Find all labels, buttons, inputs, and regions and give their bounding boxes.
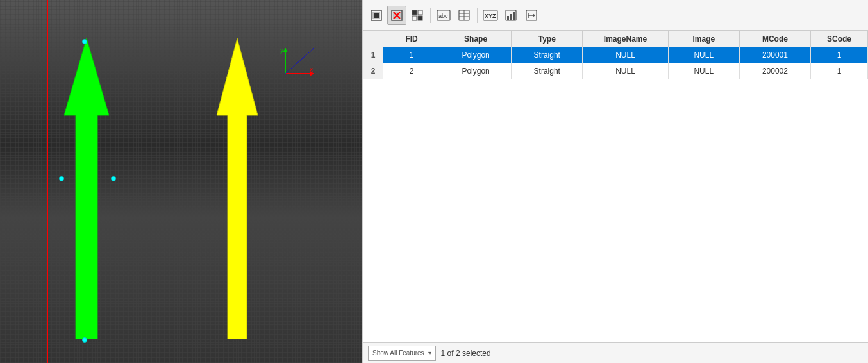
table-control-button[interactable] xyxy=(455,6,474,25)
feature-dropdown-label: Show All Features xyxy=(372,350,424,357)
svg-text:x: x xyxy=(310,66,313,73)
svg-marker-34 xyxy=(533,13,535,17)
image-cell: NULL xyxy=(668,63,739,79)
col-header-shape[interactable]: Shape xyxy=(440,31,512,47)
statistics-button[interactable] xyxy=(501,6,521,25)
col-header-mcode[interactable]: MCode xyxy=(739,31,810,47)
svg-rect-18 xyxy=(412,16,417,20)
svg-rect-31 xyxy=(513,12,515,20)
bottom-bar: Show All Features ▾ 1 of 2 selected xyxy=(363,343,868,363)
fid-cell: 2 xyxy=(383,63,440,79)
green-arrow xyxy=(58,38,115,341)
attribute-table: FID Shape Type ImageName Image MCode SCo… xyxy=(363,31,868,79)
shape-cell: Polygon xyxy=(440,47,512,63)
svg-rect-30 xyxy=(510,14,512,20)
toolbar: abc XYZ xyxy=(363,0,868,31)
row-number: 2 xyxy=(363,63,383,79)
field-calculator-button[interactable]: abc xyxy=(434,6,453,25)
type-cell: Straight xyxy=(512,47,583,63)
col-header-fid[interactable]: FID xyxy=(383,31,440,47)
table-row[interactable]: 22PolygonStraightNULLNULL2000021 xyxy=(363,63,868,79)
table-container[interactable]: FID Shape Type ImageName Image MCode SCo… xyxy=(363,31,868,343)
mcode-cell: 200001 xyxy=(739,47,810,63)
cyan-dot-left xyxy=(59,176,64,181)
svg-marker-0 xyxy=(64,38,109,339)
svg-text:XYZ: XYZ xyxy=(485,13,496,19)
scode-cell: 1 xyxy=(811,63,868,79)
svg-rect-19 xyxy=(418,16,422,20)
cyan-dot-top xyxy=(82,39,87,44)
table-row[interactable]: 11PolygonStraightNULLNULL2000011 xyxy=(363,47,868,63)
svg-text:abc: abc xyxy=(438,13,448,19)
xyz-button[interactable]: XYZ xyxy=(481,6,500,25)
col-header-imagename[interactable]: ImageName xyxy=(583,31,668,47)
type-cell: Straight xyxy=(512,63,583,79)
feature-dropdown[interactable]: Show All Features ▾ xyxy=(368,346,436,361)
col-header-scode[interactable]: SCode xyxy=(811,31,868,47)
selection-info: 1 of 2 selected xyxy=(441,349,491,358)
svg-rect-29 xyxy=(507,16,509,20)
col-header-image[interactable]: Image xyxy=(668,31,739,47)
dropdown-arrow-icon: ▾ xyxy=(428,350,431,357)
red-line xyxy=(47,0,48,363)
separator-1 xyxy=(430,8,431,23)
coordinate-axes: x y xyxy=(279,45,317,85)
map-panel: x y xyxy=(0,0,362,363)
table-body: 11PolygonStraightNULLNULL200001122Polygo… xyxy=(363,47,868,79)
svg-marker-5 xyxy=(283,48,288,52)
select-all-button[interactable] xyxy=(367,6,386,25)
separator-2 xyxy=(477,8,478,23)
imagename-cell: NULL xyxy=(583,47,668,63)
cyan-dot-right xyxy=(111,176,116,181)
svg-text:y: y xyxy=(280,47,283,54)
cyan-dot-bottom xyxy=(82,337,87,343)
image-cell: NULL xyxy=(668,47,739,63)
yellow-arrow xyxy=(212,38,263,341)
imagename-cell: NULL xyxy=(583,63,668,79)
row-number: 1 xyxy=(363,47,383,63)
shape-cell: Polygon xyxy=(440,63,512,79)
svg-rect-17 xyxy=(418,10,422,15)
deselect-button[interactable] xyxy=(387,6,406,25)
fid-cell: 1 xyxy=(383,47,440,63)
table-header-row: FID Shape Type ImageName Image MCode SCo… xyxy=(363,31,868,47)
right-panel: abc XYZ xyxy=(362,0,868,363)
mcode-cell: 200002 xyxy=(739,63,810,79)
invert-selection-button[interactable] xyxy=(408,6,427,25)
actions-button[interactable] xyxy=(522,6,541,25)
col-header-rownum xyxy=(363,31,383,47)
svg-marker-1 xyxy=(217,38,258,339)
svg-rect-11 xyxy=(374,13,379,18)
svg-rect-16 xyxy=(412,10,417,15)
scode-cell: 1 xyxy=(811,47,868,63)
col-header-type[interactable]: Type xyxy=(512,31,583,47)
